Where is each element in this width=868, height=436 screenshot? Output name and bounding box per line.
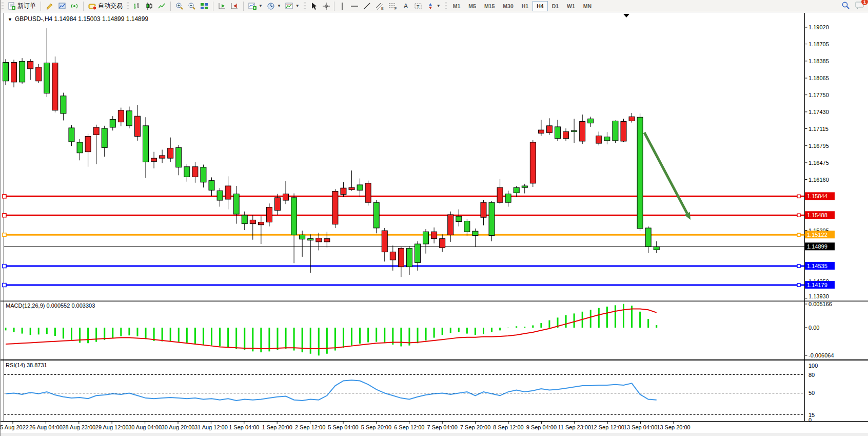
date-tick-label: 13 Sep 20:00 [657, 424, 690, 430]
candle [233, 194, 239, 214]
price-tick-label: 1.17115 [808, 126, 828, 132]
candle [497, 187, 503, 202]
line-anchor-handle [797, 233, 800, 236]
candle [423, 232, 429, 244]
candle [291, 198, 297, 235]
hline-114535[interactable]: 1.14535 [3, 262, 835, 270]
candle [505, 194, 511, 203]
price-line-badge: 1.14899 [807, 243, 827, 250]
candle [61, 96, 66, 113]
rsi-axis-label: 50 [808, 390, 815, 396]
candle [168, 148, 173, 158]
candle [44, 63, 50, 93]
candle [456, 216, 462, 221]
candle [324, 239, 330, 242]
hline-115122[interactable]: 1.15122 [3, 231, 835, 238]
date-tick-label: 11 Sep 23:00 [558, 424, 591, 430]
price-tick-label: 1.19020 [808, 24, 829, 30]
macd-panel: 0.0051660.00-0.006064 [6, 301, 834, 358]
candle [481, 202, 486, 217]
date-tick-label: 9 Sep 04:00 [526, 424, 557, 430]
candle [110, 119, 115, 127]
price-tick-label: 1.13930 [808, 293, 829, 299]
date-tick-label: 31 Aug 12:00 [194, 424, 228, 430]
line-anchor-handle [797, 195, 800, 198]
price-tick-label: 1.18065 [808, 75, 829, 81]
candle [52, 63, 58, 110]
date-tick-label: 2 Sep 12:00 [295, 424, 325, 430]
date-tick-label: 8 Sep 12:00 [493, 424, 523, 430]
candle [192, 167, 198, 177]
candle [332, 191, 338, 224]
candle [176, 147, 182, 167]
rsi-line [6, 380, 657, 401]
candle [308, 239, 313, 240]
date-tick-label: 25 Aug 2022 [1, 424, 29, 430]
candle [217, 191, 223, 200]
rsi-indicator-label: RSI(14) 38.8731 [6, 362, 47, 368]
date-tick-label: 30 Aug 20:00 [162, 424, 195, 430]
date-tick-label: 1 Sep 04:00 [229, 424, 259, 430]
hline-114179[interactable]: 1.14179 [3, 281, 835, 289]
candle [489, 202, 495, 235]
chart-dropdown-icon[interactable]: ▼ [8, 17, 12, 22]
candle [472, 231, 478, 235]
candle [274, 198, 280, 211]
price-tick-label: 1.17430 [808, 109, 829, 115]
price-line-badge: 1.15488 [807, 212, 827, 218]
candle [300, 235, 305, 239]
candle [440, 239, 445, 248]
rsi-axis-label: 80 [808, 372, 815, 378]
price-tick-label: 1.16475 [808, 160, 829, 166]
candle [341, 188, 346, 194]
candle [398, 248, 404, 267]
candle [151, 158, 157, 161]
candle [28, 61, 33, 69]
candle [580, 122, 585, 141]
candle [118, 110, 124, 122]
date-tick-label: 1 Sep 20:00 [262, 424, 292, 430]
candle [134, 116, 140, 136]
line-anchor-handle [3, 283, 6, 287]
candle [415, 244, 421, 262]
candle [406, 248, 412, 267]
date-tick-label: 5 Sep 20:00 [361, 424, 391, 430]
date-tick-label: 28 Aug 23:00 [62, 424, 95, 430]
hline-115488[interactable]: 1.15488 [3, 211, 835, 219]
candle [596, 136, 602, 144]
line-anchor-handle [3, 214, 6, 217]
price-line-badge: 1.15844 [807, 193, 827, 199]
price-line-badge: 1.14179 [807, 282, 827, 288]
date-tick-label: 13 Sep 04:00 [624, 424, 657, 430]
chart-area: 1.190201.187051.183851.180651.177501.174… [1, 0, 868, 436]
macd-axis-label: -0.006064 [808, 352, 834, 358]
drawn-arrow-annotation[interactable] [644, 132, 691, 220]
candle [538, 130, 544, 133]
candle [201, 167, 206, 182]
candle [522, 186, 527, 187]
candle [266, 207, 272, 222]
candle [365, 183, 371, 202]
candle [77, 142, 83, 153]
line-anchor-handle [3, 233, 6, 237]
candle [3, 62, 9, 81]
line-anchor-handle [797, 264, 800, 268]
chart-frame [1, 13, 868, 422]
candle [184, 167, 190, 177]
chart-shift-marker[interactable] [623, 14, 629, 17]
candle [654, 247, 659, 250]
candle [143, 126, 149, 162]
price-line-badge: 1.14535 [807, 263, 827, 269]
date-tick-label: 29 Aug 12:00 [95, 424, 129, 430]
candle [258, 222, 264, 225]
price-tick-label: 1.18705 [808, 41, 829, 47]
candle [349, 187, 354, 189]
mt4-terminal-window: 新订单 自动交易 [0, 0, 868, 436]
candle [464, 221, 470, 232]
macd-indicator-label: MACD(12,26,9) 0.000552 0.003303 [6, 302, 95, 309]
candle [225, 186, 231, 199]
hline-115844[interactable]: 1.15844 [3, 192, 835, 200]
candle [555, 127, 561, 139]
candle [530, 142, 536, 183]
candle [613, 121, 618, 141]
